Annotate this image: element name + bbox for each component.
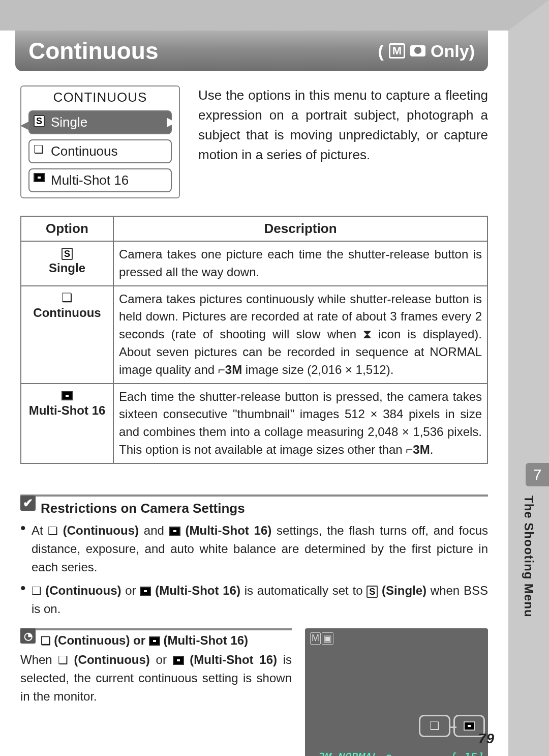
continuous-icon: ❏	[34, 143, 44, 156]
single-icon: S	[34, 114, 45, 127]
continuous-inline-icon: ❏	[32, 585, 45, 597]
intro-row: CONTINUOUS ◀ S Single ▶ SET ❏ Continuous…	[20, 85, 488, 198]
size-3m-icon: ⌐	[218, 363, 225, 376]
monitor-mode-icons: M▣	[310, 632, 333, 645]
desc-multishot: Each time the shutter-release button is …	[113, 384, 487, 463]
multishot-inline-icon	[140, 587, 151, 596]
continuous-row-icon: ❏	[26, 290, 108, 305]
mode-only-label: (M Only)	[378, 41, 475, 61]
col-option: Option	[21, 216, 113, 241]
monitor-status-left: ⌐3M NORMAL ⊛	[310, 751, 391, 756]
lcd-item-multishot: Multi-Shot 16	[28, 168, 172, 192]
size-3m-icon: ⌐	[406, 443, 413, 456]
lcd-heading: CONTINUOUS	[21, 86, 179, 107]
section-banner: Continuous (M Only)	[15, 31, 488, 71]
desc-single: Camera takes one picture each time the s…	[113, 241, 487, 286]
tip-heading: ◔ ❏ (Continuous) or (Multi-Shot 16)	[20, 628, 292, 648]
right-arrow-icon: ▶	[167, 114, 176, 129]
restrictions-section: ✔ Restrictions on Camera Settings At ❏ (…	[20, 495, 488, 618]
hourglass-icon: ⧗	[363, 327, 372, 341]
mode-m-icon: M	[389, 43, 405, 59]
lcd-menu: CONTINUOUS ◀ S Single ▶ SET ❏ Continuous…	[20, 85, 180, 198]
opt-continuous: ❏ Continuous	[21, 286, 113, 384]
chapter-tab: 7 The Shooting Menu	[508, 463, 549, 618]
caution-icon: ✔	[20, 496, 36, 511]
desc-continuous: Camera takes pictures continuously while…	[113, 286, 487, 384]
restrictions-list: At ❏ (Continuous) and (Multi-Shot 16) se…	[20, 521, 488, 618]
multishot-inline-icon	[169, 527, 180, 536]
section-title: Continuous	[28, 37, 159, 65]
restriction-item-1: At ❏ (Continuous) and (Multi-Shot 16) se…	[20, 521, 488, 576]
tip-row: ◔ ❏ (Continuous) or (Multi-Shot 16) When…	[20, 628, 488, 756]
multishot-icon	[34, 172, 45, 185]
col-description: Description	[113, 216, 487, 241]
monitor-status-right: [ 15]	[449, 751, 483, 756]
lcd-item-single: S Single ▶ SET	[28, 110, 172, 134]
single-row-icon: S	[26, 246, 108, 260]
chapter-label: The Shooting Menu	[522, 496, 536, 618]
multishot-inline-icon	[173, 656, 184, 665]
camera-icon	[410, 45, 425, 56]
tip-body: When ❏ (Continuous) or (Multi-Shot 16) i…	[20, 651, 292, 706]
monitor-preview: M▣ ❏ ⌐3M NORMAL ⊛ [ 15]	[305, 628, 488, 756]
continuous-inline-icon: ❏	[48, 525, 63, 537]
options-table: Option Description S Single Camera takes…	[20, 216, 488, 464]
page-number: 79	[478, 731, 494, 747]
multishot-row-icon	[26, 388, 108, 402]
tip-icon: ◔	[20, 628, 36, 644]
multishot-inline-icon	[149, 636, 160, 646]
opt-multishot: Multi-Shot 16	[21, 384, 113, 463]
restriction-item-2: ❏ (Continuous) or (Multi-Shot 16) is aut…	[20, 581, 488, 618]
lcd-item-continuous: ❏ Continuous	[28, 139, 172, 163]
intro-text: Use the options in this menu to capture …	[198, 85, 488, 198]
continuous-inline-icon: ❏	[41, 634, 54, 647]
opt-single: S Single	[21, 241, 113, 286]
single-inline-icon: S	[367, 586, 378, 598]
manual-page: Continuous (M Only) CONTINUOUS ◀ S Singl…	[0, 0, 549, 756]
monitor-continuous-indicator: ❏	[419, 715, 450, 737]
chapter-number: 7	[526, 463, 549, 486]
tip-column: ◔ ❏ (Continuous) or (Multi-Shot 16) When…	[20, 628, 292, 706]
restrictions-heading: Restrictions on Camera Settings	[41, 501, 245, 516]
continuous-inline-icon: ❏	[58, 654, 74, 666]
